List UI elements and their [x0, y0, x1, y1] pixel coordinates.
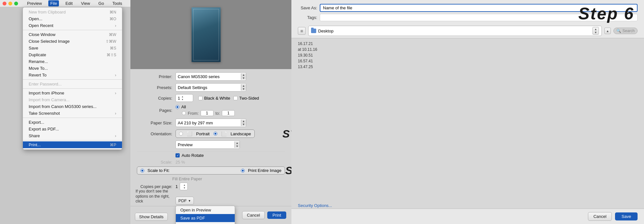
annotation-text: If you don't see the options on the righ… [136, 189, 173, 204]
copies-per-page-value: 1 [175, 184, 178, 189]
landscape-radio[interactable] [213, 132, 217, 136]
pdf-save-as-postscript[interactable]: Save as PostScript [176, 222, 235, 224]
tags-label: Tags: [298, 15, 317, 20]
portrait-radio[interactable] [179, 132, 183, 136]
menu-item-export-pdf[interactable]: Export as PDF... [23, 126, 122, 132]
menu-go[interactable]: Go [97, 0, 106, 6]
bw-label: Black & White [204, 96, 230, 101]
menu-separator-4 [23, 118, 122, 118]
minimize-traffic-light[interactable] [8, 2, 12, 5]
cancel-save-button[interactable]: Cancel [588, 212, 612, 221]
bw-checkbox[interactable] [198, 96, 203, 100]
close-traffic-light[interactable] [3, 2, 6, 5]
printer-value: Canon MG5300 series [178, 74, 220, 79]
menu-tools[interactable]: Tools [110, 0, 124, 6]
copies-arrows[interactable]: ▲ ▼ [181, 95, 184, 101]
show-details-button[interactable]: Show Details [135, 213, 168, 221]
paper-size-arrow[interactable]: ▲▼ [241, 120, 246, 126]
scale-row: Scale: 25 % [137, 160, 285, 165]
menu-view[interactable]: View [79, 0, 92, 6]
search-placeholder: Search [622, 29, 635, 33]
menu-item-import-iphone[interactable]: Import from iPhone › [23, 90, 122, 96]
fullscreen-traffic-light[interactable] [14, 2, 18, 5]
print-button[interactable]: Print [267, 211, 286, 219]
menu-file[interactable]: File [48, 0, 59, 6]
save-dialog-panel: Save As: Tags: ⊞ Desktop ▲▼ ▲ 🔍 Search [291, 0, 644, 224]
preview-arrow[interactable]: ▲▼ [234, 141, 240, 148]
printer-arrow[interactable]: ▲▼ [241, 73, 246, 80]
grid-view-button[interactable]: ⊞ [298, 27, 306, 35]
cpp-down[interactable]: ▼ [183, 186, 185, 189]
pages-all-radio[interactable] [175, 105, 179, 109]
menu-item-print[interactable]: Print... ⌘P [23, 141, 122, 148]
auto-rotate-label: Auto Rotate [182, 153, 204, 158]
security-options-link[interactable]: Security Options... [298, 203, 332, 208]
file-item-1: 16.17.21 [298, 41, 313, 46]
menu-item-import-canon[interactable]: Import from Canon MG5300 series... [23, 103, 122, 110]
menu-item-move-to[interactable]: Move To... [23, 65, 122, 72]
menu-item-take-screenshot[interactable]: Take Screenshot › [23, 110, 122, 117]
auto-rotate-checkbox[interactable]: ✓ [175, 153, 180, 157]
location-select[interactable]: Desktop ▲▼ [308, 26, 602, 36]
menu-preview[interactable]: Preview [25, 0, 44, 6]
location-arrow-button[interactable]: ▲▼ [592, 27, 599, 35]
cancel-button[interactable]: Cancel [242, 211, 265, 219]
save-as-label: Save As: [298, 5, 317, 10]
paper-size-select[interactable]: A4 210 by 297 mm ▲▼ [175, 119, 246, 127]
presets-select[interactable]: Default Settings ▲▼ [175, 83, 246, 92]
copies-down[interactable]: ▼ [181, 98, 184, 101]
menu-item-open[interactable]: Open... ⌘O [23, 15, 122, 22]
pdf-open-preview[interactable]: Open in Preview [176, 206, 235, 214]
menu-item-share[interactable]: Share › [23, 132, 122, 139]
copies-per-page-stepper[interactable]: ▲ ▼ [180, 183, 188, 190]
menu-edit[interactable]: Edit [63, 0, 74, 6]
copies-per-page-label: Copies per page: [137, 184, 172, 189]
file-item-5: 13.47.25 [298, 65, 313, 69]
menu-item-close-selected[interactable]: Close Selected Image ⇧⌘W [23, 38, 122, 45]
menu-item-save[interactable]: Save ⌘S [23, 45, 122, 51]
menu-item-export[interactable]: Export... [23, 119, 122, 126]
menu-item-duplicate[interactable]: Duplicate ⌘⇧S [23, 51, 122, 58]
pages-to-label: to: [215, 111, 220, 116]
scale-fit-box: Scale to Fit: Print Entire Image Step 4 [137, 166, 285, 175]
pages-to-input[interactable] [222, 110, 235, 116]
print-dialog-panel: Printer: Canon MG5300 series ▲▼ Presets:… [130, 0, 291, 224]
copies-up[interactable]: ▲ [181, 95, 184, 98]
menu-item-revert-to[interactable]: Revert To › [23, 72, 122, 78]
presets-label: Presets: [137, 85, 172, 90]
print-photo-preview [130, 0, 291, 69]
scale-to-fit-radio[interactable] [140, 169, 144, 173]
traffic-lights [3, 2, 18, 5]
pages-from-radio[interactable] [182, 111, 186, 115]
printer-label: Printer: [137, 74, 172, 79]
bw-checkbox-row: Black & White [198, 96, 230, 101]
menu-item-rename[interactable]: Rename... [23, 58, 122, 65]
copies-row: Copies: 1 ▲ ▼ Black & White Two-Sided [137, 94, 285, 102]
step-6-label: Step 6 [578, 4, 634, 23]
copies-stepper[interactable]: 1 ▲ ▼ [175, 94, 193, 102]
menu-item-close-window[interactable]: Close Window ⌘W [23, 31, 122, 38]
two-sided-checkbox[interactable] [233, 96, 238, 100]
menu-item-enter-password: Enter Password... [23, 81, 122, 87]
menu-item-new-from-clipboard[interactable]: New from Clipboard ⌘N [23, 9, 122, 15]
expand-button[interactable]: ▲ [604, 28, 611, 34]
preview-select[interactable]: Preview ▲▼ [175, 140, 240, 149]
print-entire-image-radio[interactable] [241, 169, 245, 173]
save-button[interactable]: Save [615, 212, 638, 220]
save-dialog: Save As: Tags: ⊞ Desktop ▲▼ ▲ 🔍 Search [291, 0, 644, 224]
printer-select[interactable]: Canon MG5300 series ▲▼ [175, 72, 246, 81]
file-list-area: 16.17.21 at 10.11.16 19.30.51 16.57.41 1… [291, 38, 644, 209]
cpp-up[interactable]: ▲ [183, 184, 185, 186]
auto-rotate-row: ✓ Auto Rotate [137, 153, 285, 158]
menu-item-open-recent[interactable]: Open Recent › [23, 22, 122, 29]
paper-size-label: Paper Size: [137, 121, 172, 125]
orientation-row: Orientation: ⬜ Portrait ⬜ Landscape Step… [137, 130, 285, 138]
pdf-button[interactable]: PDF ▼ [175, 197, 194, 205]
search-box[interactable]: 🔍 Search [613, 28, 638, 34]
pdf-save-as-pdf[interactable]: Save as PDF [176, 214, 235, 222]
file-item-4: 16.57.41 [298, 59, 313, 63]
presets-arrow[interactable]: ▲▼ [241, 84, 246, 91]
copies-per-page-arrows[interactable]: ▲ ▼ [183, 184, 185, 189]
pages-label: Pages: [137, 108, 172, 113]
pages-from-input[interactable] [201, 110, 213, 116]
